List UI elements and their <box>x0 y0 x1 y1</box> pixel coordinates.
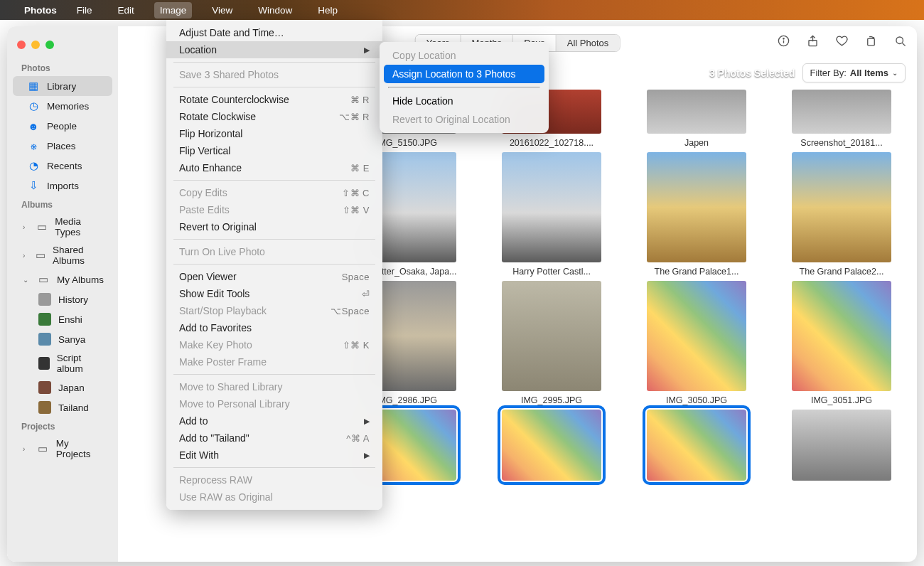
photo-caption: The Grand Palace2... <box>781 267 902 277</box>
sidebar-item-library[interactable]: ▦Library <box>13 76 112 96</box>
photo-caption: Screenshot_20181... <box>781 138 902 148</box>
sidebar-album-enshi[interactable]: Enshi <box>13 309 112 329</box>
photo-thumb[interactable] <box>792 90 891 134</box>
submenu-revert-location: Revert to Original Location <box>384 110 544 129</box>
chevron-right-icon: › <box>23 445 30 453</box>
photo-cell[interactable] <box>778 410 906 485</box>
photo-thumb[interactable] <box>647 90 746 134</box>
menu-image[interactable]: Image <box>154 2 193 18</box>
segment-all-photos[interactable]: All Photos <box>557 35 620 51</box>
menu-add-to[interactable]: Add to▶ <box>166 412 382 429</box>
album-thumb <box>38 333 51 346</box>
sidebar-album-history[interactable]: History <box>13 289 112 309</box>
menu-rotate-cw[interactable]: Rotate Clockwise⌥⌘ R <box>166 108 382 125</box>
submenu-assign-location[interactable]: Assign Location to 3 Photos <box>384 65 544 83</box>
photo-cell[interactable]: Japen <box>633 90 761 148</box>
menu-file[interactable]: File <box>71 2 98 18</box>
svg-point-5 <box>896 37 903 44</box>
photo-cell[interactable]: The Grand Palace1... <box>633 152 761 277</box>
submenu-hide-location[interactable]: Hide Location <box>384 92 544 110</box>
photo-thumb[interactable] <box>792 410 891 481</box>
toolbar-icons <box>777 34 907 51</box>
menu-add-to-tailand[interactable]: Add to "Tailand"^⌘ A <box>166 429 382 447</box>
photo-thumb[interactable] <box>502 152 601 262</box>
album-thumb <box>38 293 51 306</box>
sidebar-header-albums: Albums <box>7 196 118 213</box>
menu-make-key: Make Key Photo⇧⌘ K <box>166 336 382 353</box>
sidebar-header-photos: Photos <box>7 59 118 76</box>
sidebar-item-people[interactable]: ☻People <box>13 116 112 136</box>
selection-count: 3 Photos Selected <box>709 68 795 79</box>
photo-cell[interactable]: IMG_3050.JPG <box>633 281 761 405</box>
chevron-right-icon: › <box>23 252 28 260</box>
menu-live-photo: Turn On Live Photo <box>166 243 382 260</box>
folder-icon: ▭ <box>36 220 48 233</box>
menu-flip-h[interactable]: Flip Horizontal <box>166 125 382 142</box>
photo-cell[interactable] <box>488 410 616 485</box>
photo-cell[interactable]: Screenshot_20181... <box>778 90 906 148</box>
menu-auto-enhance[interactable]: Auto Enhance⌘ E <box>166 159 382 176</box>
menu-location[interactable]: Location▶ <box>166 41 382 58</box>
sidebar-item-my-albums[interactable]: ⌄▭My Albums <box>13 269 112 289</box>
menu-view[interactable]: View <box>206 2 238 18</box>
info-icon[interactable] <box>777 34 790 51</box>
photo-cell[interactable]: IMG_3051.JPG <box>778 281 906 405</box>
chevron-down-icon: ⌄ <box>892 69 898 77</box>
photo-thumb[interactable] <box>502 410 601 481</box>
photo-thumb[interactable] <box>647 281 746 391</box>
photo-thumb[interactable] <box>792 281 891 391</box>
photo-thumb[interactable] <box>647 152 746 262</box>
people-icon: ☻ <box>27 119 40 132</box>
close-button[interactable] <box>17 41 26 49</box>
menu-copy-edits: Copy Edits⇧⌘ C <box>166 184 382 201</box>
menu-reprocess-raw: Reprocess RAW <box>166 471 382 488</box>
photo-cell[interactable]: The Grand Palace2... <box>778 152 906 277</box>
photo-cell[interactable]: Harry Potter Castl... <box>488 152 616 277</box>
minimize-button[interactable] <box>31 41 40 49</box>
album-thumb <box>38 357 50 370</box>
menu-open-viewer[interactable]: Open ViewerSpace <box>166 268 382 285</box>
search-icon[interactable] <box>893 34 907 51</box>
photo-caption: Japen <box>636 138 757 148</box>
folder-icon: ▭ <box>36 249 45 262</box>
menu-window[interactable]: Window <box>252 2 298 18</box>
menu-adjust-date[interactable]: Adjust Date and Time… <box>166 24 382 41</box>
menu-edit[interactable]: Edit <box>112 2 140 18</box>
sidebar-item-shared-albums[interactable]: ›▭Shared Albums <box>13 241 112 269</box>
menu-revert-original[interactable]: Revert to Original <box>166 218 382 235</box>
favorite-icon[interactable] <box>835 34 849 51</box>
photo-thumb[interactable] <box>647 410 746 481</box>
menu-help[interactable]: Help <box>312 2 343 18</box>
menu-add-favorites[interactable]: Add to Favorites <box>166 319 382 336</box>
menu-edit-with[interactable]: Edit With▶ <box>166 447 382 464</box>
menu-use-raw: Use RAW as Original <box>166 488 382 506</box>
rotate-icon[interactable] <box>864 34 878 51</box>
sidebar-item-places[interactable]: ⎈Places <box>13 136 112 156</box>
filter-button[interactable]: Filter By: All Items ⌄ <box>802 63 906 82</box>
app-name[interactable]: Photos <box>24 5 57 16</box>
sidebar-album-japan[interactable]: Japan <box>13 378 112 397</box>
window-controls <box>7 33 118 59</box>
album-thumb <box>38 401 51 414</box>
sidebar-item-recents[interactable]: ◔Recents <box>13 156 112 176</box>
image-menu: Adjust Date and Time… Location▶ Save 3 S… <box>166 20 382 510</box>
zoom-button[interactable] <box>45 41 54 49</box>
sidebar-album-sanya[interactable]: Sanya <box>13 329 112 349</box>
sidebar-item-imports[interactable]: ⇩Imports <box>13 176 112 196</box>
menu-show-edit-tools[interactable]: Show Edit Tools⏎ <box>166 285 382 302</box>
folder-icon: ▭ <box>37 442 49 455</box>
share-icon[interactable] <box>806 34 820 51</box>
photo-thumb[interactable] <box>792 152 891 262</box>
photo-cell[interactable] <box>633 410 761 485</box>
menu-make-poster: Make Poster Frame <box>166 353 382 370</box>
menu-rotate-ccw[interactable]: Rotate Counterclockwise⌘ R <box>166 91 382 108</box>
menu-flip-v[interactable]: Flip Vertical <box>166 142 382 159</box>
sidebar-album-script[interactable]: Script album <box>13 349 112 378</box>
sidebar-item-memories[interactable]: ◷Memories <box>13 96 112 116</box>
sidebar-item-media-types[interactable]: ›▭Media Types <box>13 213 112 241</box>
sidebar-item-my-projects[interactable]: ›▭My Projects <box>13 434 112 463</box>
recents-icon: ◔ <box>27 159 40 172</box>
photo-thumb[interactable] <box>502 281 601 391</box>
photo-cell[interactable]: IMG_2995.JPG <box>488 281 616 405</box>
sidebar-album-tailand[interactable]: Tailand <box>13 397 112 417</box>
